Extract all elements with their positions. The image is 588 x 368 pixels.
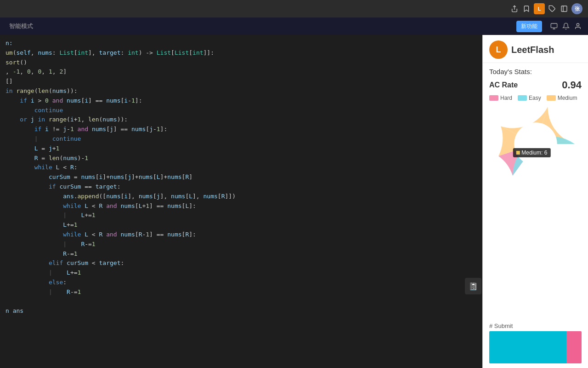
monitor-icon[interactable] — [549, 22, 559, 31]
code-line: sort() — [6, 58, 477, 68]
code-line: while L < R and nums[L+1] == nums[L]: — [6, 201, 477, 211]
toolbar: 智能模式 新功能 — [0, 17, 588, 35]
code-line: curSum = nums[i]+nums[j]+nums[L]+nums[R] — [6, 172, 477, 182]
ac-rate-label: AC Rate — [489, 81, 518, 89]
leetflash-panel: L LeetFlash Today's Stats: AC Rate 0.94 … — [482, 35, 588, 368]
code-line: L+=1 — [6, 220, 477, 230]
user-icon[interactable] — [573, 22, 582, 31]
lf-header: L LeetFlash — [483, 35, 588, 63]
code-line: R = len(nums)-1 — [6, 154, 477, 163]
notebook-icon[interactable]: 📓 — [465, 278, 481, 294]
legend-easy-label: Easy — [529, 95, 541, 101]
lf-title: LeetFlash — [511, 45, 554, 55]
code-line: | R-=1 — [6, 240, 477, 249]
code-line: ans.append([nums[i], nums[j], nums[L], n… — [6, 192, 477, 201]
today-stats-title: Today's Stats: — [489, 68, 582, 75]
new-feature-badge[interactable]: 新功能 — [516, 21, 542, 32]
code-line: if i != j-1 and nums[j] == nums[j-1]: — [6, 125, 477, 134]
user-avatar[interactable]: 张 — [571, 3, 582, 14]
tooltip-text: Medium: 6 — [521, 150, 547, 156]
svg-rect-4 — [551, 23, 557, 28]
code-line: if curSum == target: — [6, 182, 477, 192]
code-line: | L+=1 — [6, 211, 477, 220]
code-line: while L < R: — [6, 163, 477, 172]
code-line: R-=1 — [6, 249, 477, 259]
code-line: | R-=1 — [6, 288, 477, 297]
code-line: continue — [6, 106, 477, 115]
svg-rect-2 — [561, 6, 567, 12]
submit-bar-pink — [566, 331, 582, 363]
code-line: in range(len(nums)): — [6, 86, 477, 96]
pie-chart-container: Medium: 6 — [489, 105, 582, 183]
pie-chart — [497, 105, 575, 183]
submit-bar-teal — [489, 331, 566, 363]
ac-rate-value: 0.94 — [562, 79, 582, 91]
svg-point-8 — [514, 122, 557, 166]
puzzle-icon[interactable] — [548, 4, 557, 13]
code-line: , -1, 0, 0, 1, 2] — [6, 67, 477, 77]
code-line: [] — [6, 77, 477, 86]
code-line: n: — [6, 39, 477, 48]
share-icon[interactable] — [510, 4, 519, 13]
browser-chrome: L 张 — [0, 0, 588, 17]
code-line: elif curSum < target: — [6, 259, 477, 268]
code-line: if i > 0 and nums[i] == nums[i-1]: — [6, 96, 477, 106]
legend-hard: Hard — [489, 95, 512, 101]
legend-medium-label: Medium — [558, 95, 577, 101]
leetflash-ext-icon[interactable]: L — [534, 3, 545, 14]
code-line: else: — [6, 278, 477, 288]
stats-section: Today's Stats: AC Rate 0.94 Hard Easy Me… — [483, 63, 588, 322]
legend-medium-dot — [547, 95, 556, 101]
code-line — [6, 297, 477, 307]
main-layout: n: um(self, nums: List[int], target: int… — [0, 35, 588, 368]
tooltip-dot — [516, 151, 520, 155]
code-line: L = j+1 — [6, 144, 477, 154]
browser-toolbar-icons: L 张 — [510, 3, 582, 14]
bell-icon[interactable] — [561, 22, 571, 31]
sidebar-icon[interactable] — [560, 4, 569, 13]
code-line: um(self, nums: List[int], target: int) -… — [6, 48, 477, 58]
lf-logo: L — [489, 40, 508, 59]
code-line: | continue — [6, 134, 477, 144]
legend-hard-dot — [489, 95, 498, 101]
ac-rate-row: AC Rate 0.94 — [489, 79, 582, 91]
legend-easy: Easy — [518, 95, 541, 101]
legend-medium: Medium — [547, 95, 577, 101]
legend-hard-label: Hard — [500, 95, 512, 101]
code-line: while L < R and nums[R-1] == nums[R]: — [6, 230, 477, 240]
code-editor[interactable]: n: um(self, nums: List[int], target: int… — [0, 35, 482, 368]
svg-point-7 — [577, 23, 579, 26]
submit-label: # Submit — [489, 322, 582, 329]
chart-legend: Hard Easy Medium — [489, 95, 582, 101]
smart-mode-label: 智能模式 — [9, 22, 33, 30]
submit-section: # Submit — [483, 322, 588, 368]
bookmark-icon[interactable] — [522, 4, 531, 13]
code-line: or j in range(i+1, len(nums)): — [6, 115, 477, 125]
code-line: n ans — [6, 306, 477, 316]
legend-easy-dot — [518, 95, 527, 101]
submit-bar — [489, 331, 582, 363]
pie-tooltip: Medium: 6 — [513, 148, 550, 157]
code-line: | L+=1 — [6, 268, 477, 278]
